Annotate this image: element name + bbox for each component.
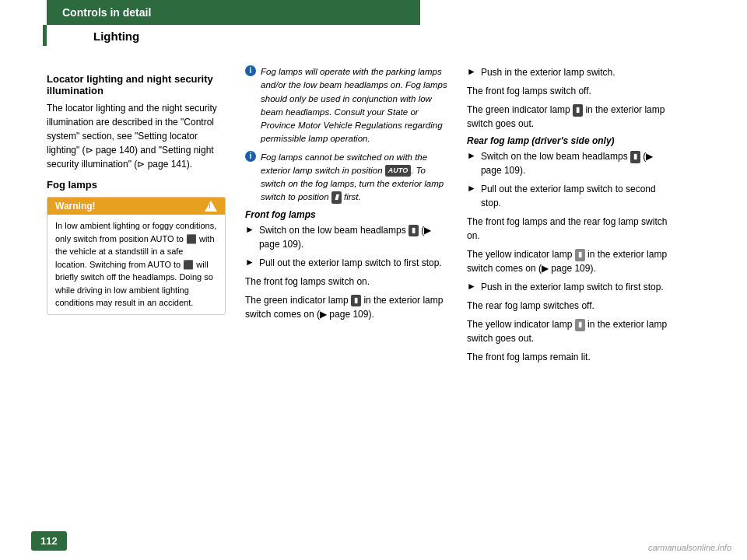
- rear-bullet-2: ► Pull out the exterior lamp switch to s…: [467, 182, 669, 210]
- front-remain-lit: The front fog lamps remain lit.: [467, 350, 669, 364]
- locator-title: Locator lighting and night security illu…: [47, 73, 226, 96]
- info-icon-1: i: [245, 65, 256, 76]
- section-title: Lighting: [43, 25, 747, 46]
- rear-fog-on-text: The front fog lamps and the rear fog lam…: [467, 215, 669, 243]
- rear-bullet-3: ► Push in the exterior lamp switch to fi…: [467, 280, 669, 294]
- yellow-indicator-2: The yellow indicator lamp ▮ in the exter…: [467, 317, 669, 345]
- rear-bullet-3-text: Push in the exterior lamp switch to firs…: [481, 280, 664, 294]
- arrow-icon-r1: ►: [467, 66, 476, 77]
- warning-box: Warning! In low ambient lighting or fogg…: [47, 197, 226, 315]
- auto-badge: AUTO: [385, 165, 411, 177]
- warning-header: Warning!: [47, 198, 225, 215]
- front-fog-bullet-1-text: Switch on the low beam headlamps ▮ (▶ pa…: [259, 223, 447, 251]
- fog-lamps-title: Fog lamps: [47, 179, 226, 191]
- header-title: Controls in detail: [62, 6, 151, 19]
- info-text-1: Fog lamps will operate with the parking …: [261, 65, 447, 146]
- arrow-icon-r2: ►: [467, 150, 476, 161]
- headlamp-badge-2: ▮: [630, 151, 640, 163]
- front-fog-bullet-2: ► Pull out the exterior lamp switch to f…: [245, 256, 447, 270]
- rear-fog-off-text: The rear fog lamp switches off.: [467, 299, 669, 313]
- info-text-2: Fog lamps cannot be switched on with the…: [261, 151, 447, 205]
- arrow-icon-r3: ►: [467, 183, 476, 194]
- green-badge-mid: ▮: [351, 295, 361, 307]
- front-fog-on-text: The front fog lamps switch on.: [245, 275, 447, 289]
- col-right: ► Push in the exterior lamp switch. The …: [459, 65, 677, 532]
- warning-triangle-icon: [205, 201, 217, 212]
- yellow-badge-1: ▮: [575, 249, 585, 261]
- info-icon-2: i: [245, 151, 256, 162]
- col-mid: i Fog lamps will operate with the parkin…: [233, 65, 459, 532]
- warning-body: In low ambient lighting or foggy conditi…: [47, 215, 225, 314]
- front-fog-bullet-1: ► Switch on the low beam headlamps ▮ (▶ …: [245, 223, 447, 251]
- arrow-icon-2: ►: [245, 257, 254, 268]
- rear-bullet-1-text: Switch on the low beam headlamps ▮ (▶ pa…: [481, 149, 669, 177]
- header-bar: Controls in detail: [47, 0, 420, 25]
- green-badge-right: ▮: [573, 104, 583, 117]
- right-bullet-1: ► Push in the exterior lamp switch.: [467, 65, 669, 79]
- info-block-1: i Fog lamps will operate with the parkin…: [245, 65, 447, 146]
- green-indicator-right: The green indicator lamp ▮ in the exteri…: [467, 103, 669, 131]
- rear-fog-title: Rear fog lamp (driver's side only): [467, 135, 669, 146]
- warning-label: Warning!: [55, 201, 96, 212]
- front-fog-title: Front fog lamps: [245, 209, 447, 220]
- yellow-indicator-text: The yellow indicator lamp ▮ in the exter…: [467, 247, 669, 275]
- page-number: 112: [31, 531, 67, 551]
- pos-badge: ▮: [331, 191, 342, 204]
- col-left: Locator lighting and night security illu…: [16, 65, 233, 532]
- front-fog-bullet-2-text: Pull out the exterior lamp switch to fir…: [259, 256, 442, 270]
- watermark: carmanualsonline.info: [648, 543, 731, 552]
- info-block-2: i Fog lamps cannot be switched on with t…: [245, 151, 447, 205]
- arrow-icon-1: ►: [245, 224, 254, 235]
- rear-bullet-2-text: Pull out the exterior lamp switch to sec…: [481, 182, 669, 210]
- green-indicator-text: The green indicator lamp ▮ in the exteri…: [245, 293, 447, 321]
- locator-text: The locator lighting and the night secur…: [47, 101, 226, 171]
- front-fog-switch-off: The front fog lamps switch off.: [467, 84, 669, 98]
- arrow-icon-r4: ►: [467, 281, 476, 292]
- content-area: Locator lighting and night security illu…: [0, 65, 747, 532]
- rear-bullet-1: ► Switch on the low beam headlamps ▮ (▶ …: [467, 149, 669, 177]
- headlamp-badge-1: ▮: [409, 225, 419, 237]
- right-bullet-1-text: Push in the exterior lamp switch.: [481, 65, 615, 79]
- yellow-badge-2: ▮: [575, 319, 585, 331]
